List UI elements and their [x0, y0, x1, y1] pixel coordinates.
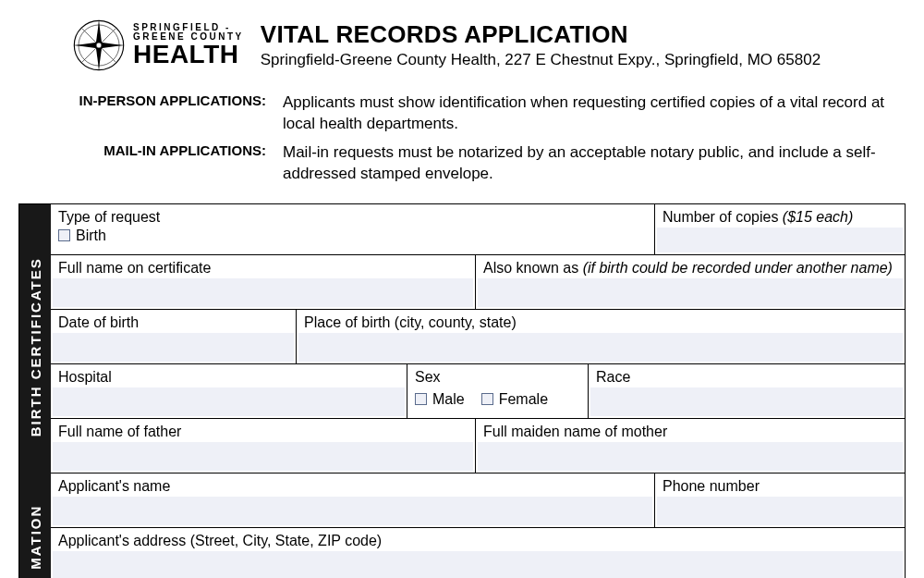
inperson-label: IN-PERSON APPLICATIONS:	[72, 92, 266, 135]
father-label: Full name of father	[58, 423, 468, 440]
applicant-name-input[interactable]	[53, 497, 652, 525]
applicant-addr-input[interactable]	[53, 551, 903, 578]
num-copies-label: Number of copies ($15 each)	[663, 208, 897, 226]
race-input[interactable]	[590, 387, 903, 416]
pob-input[interactable]	[298, 333, 903, 362]
inperson-text: Applicants must show identification when…	[283, 92, 887, 135]
female-checkbox[interactable]	[481, 393, 493, 405]
section-tabs: BIRTH CERTIFICATES MATION	[19, 204, 51, 578]
aka-input[interactable]	[478, 278, 903, 307]
aka-label: Also known as (if birth could be recorde…	[483, 259, 897, 277]
hospital-label: Hospital	[58, 368, 399, 386]
num-copies-input[interactable]	[657, 228, 903, 252]
full-name-cert-label: Full name on certificate	[58, 259, 468, 277]
mailin-label: MAIL-IN APPLICATIONS:	[72, 142, 266, 185]
phone-input[interactable]	[657, 497, 903, 525]
dob-label: Date of birth	[58, 314, 288, 331]
applicant-name-label: Applicant's name	[58, 477, 647, 495]
dob-input[interactable]	[53, 333, 294, 362]
page-title: VITAL RECORDS APPLICATION	[261, 20, 887, 49]
male-checkbox[interactable]	[415, 393, 427, 405]
female-label: Female	[499, 391, 548, 408]
applicant-addr-label: Applicant's address (Street, City, State…	[58, 532, 897, 549]
compass-icon	[72, 18, 126, 72]
birth-option-label: Birth	[76, 228, 106, 244]
mother-input[interactable]	[478, 442, 903, 471]
full-name-cert-input[interactable]	[53, 278, 473, 307]
pob-label: Place of birth (city, county, state)	[304, 314, 897, 331]
section-info-label: MATION	[28, 490, 43, 578]
sex-label: Sex	[415, 368, 580, 386]
type-of-request-label: Type of request	[58, 208, 647, 226]
section-birth-label: BIRTH CERTIFICATES	[28, 204, 43, 490]
brand-health: HEALTH	[133, 42, 244, 68]
brand-logo: SPRINGFIELD - GREENE COUNTY HEALTH	[72, 18, 244, 72]
father-input[interactable]	[53, 442, 473, 471]
mailin-text: Mail-in requests must be notarized by an…	[283, 142, 887, 185]
birth-checkbox[interactable]	[58, 229, 70, 241]
hospital-input[interactable]	[53, 387, 405, 416]
page-subtitle: Springfield-Greene County Health, 227 E …	[261, 51, 887, 69]
phone-label: Phone number	[663, 477, 897, 495]
race-label: Race	[596, 368, 897, 386]
svg-point-8	[96, 43, 102, 48]
male-label: Male	[432, 391, 465, 408]
mother-label: Full maiden name of mother	[483, 423, 897, 440]
